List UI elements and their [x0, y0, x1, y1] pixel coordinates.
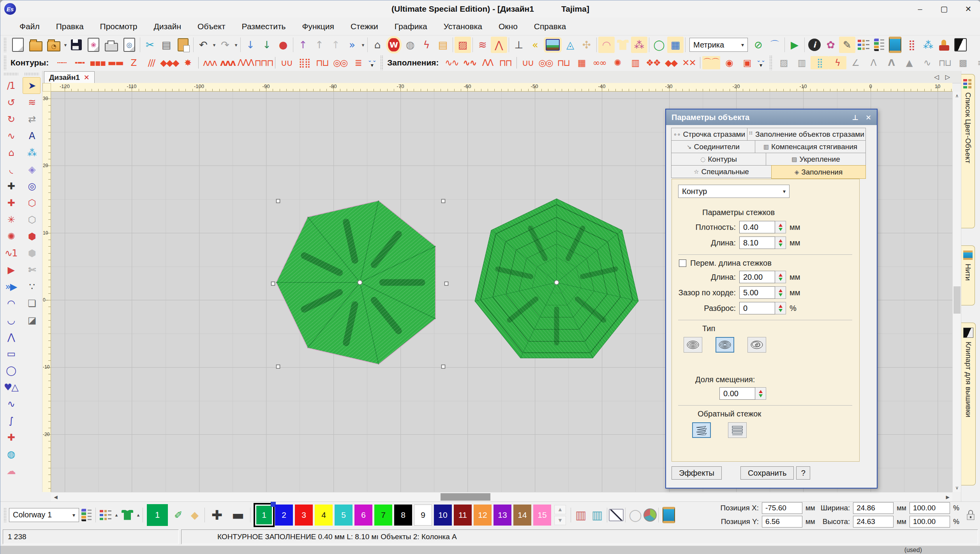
minimize-button[interactable]: –: [908, 0, 932, 18]
poly-node-tool[interactable]: ⋀: [2, 328, 20, 345]
swatch-10[interactable]: 10: [434, 505, 452, 526]
swatch-2[interactable]: 2: [275, 505, 293, 526]
aspect-lock-button[interactable]: [965, 507, 976, 523]
shape-add-tool[interactable]: ✚: [2, 178, 20, 194]
varlen-spinner[interactable]: [775, 271, 786, 283]
swatch-15[interactable]: 15: [533, 505, 551, 526]
fill-type-dropdown[interactable]: Контур ▾: [678, 185, 790, 198]
fill-gear-icon[interactable]: ✺: [608, 56, 626, 69]
spread-field[interactable]: 0: [739, 302, 775, 314]
measure-dots-tool[interactable]: ∵: [23, 278, 41, 295]
scroll-up-icon[interactable]: ∧: [953, 92, 961, 100]
square-wave-icon[interactable]: ⊓⊔: [313, 56, 331, 69]
curve-closed-tool[interactable]: ◡: [2, 312, 20, 328]
height-pct-field[interactable]: 100.00: [909, 516, 950, 528]
menu-item[interactable]: Объект: [189, 22, 234, 31]
blob-punch-tool[interactable]: ☁: [2, 462, 20, 479]
ring-gray-icon[interactable]: ◯: [627, 507, 643, 523]
vertical-scrollbar-thumb[interactable]: [954, 286, 961, 314]
toolbar-overflow-dropdown[interactable]: ▾: [360, 37, 366, 53]
offset-fraction-field[interactable]: 0.00: [719, 387, 755, 400]
notes-edit-icon[interactable]: ✎: [839, 37, 855, 53]
variable-length-checkbox[interactable]: [679, 259, 686, 267]
fill-zigzag-bold-icon[interactable]: ∿∿: [461, 56, 479, 69]
hexagon-ghost-tool[interactable]: ⬢: [23, 245, 41, 261]
monogram-tool[interactable]: ◈: [23, 161, 41, 178]
toolbar-icon[interactable]: [140, 37, 140, 52]
horizontal-scrollbar[interactable]: ◀ ▶: [51, 492, 952, 501]
grid-vertical-icon[interactable]: ▥: [793, 56, 811, 69]
freehand-tool[interactable]: ∿: [2, 395, 20, 412]
units-dropdown[interactable]: Метрика ▾: [689, 38, 748, 52]
reverse-stitch-on-button[interactable]: [692, 422, 711, 438]
length-field[interactable]: 8.10: [739, 236, 775, 249]
toolbar-grip[interactable]: [4, 55, 7, 70]
circle-merge-tool[interactable]: ◍: [2, 446, 20, 462]
grid-frame-icon[interactable]: ▦: [667, 37, 684, 53]
toolbar-icon[interactable]: [240, 37, 241, 52]
spread-spinner[interactable]: [775, 302, 786, 314]
menu-item[interactable]: Стежки: [342, 22, 386, 31]
density-field[interactable]: 0.40: [739, 221, 775, 233]
colorway-dropdown[interactable]: Colorway 1 ▾: [9, 508, 79, 522]
swatch-down-icon[interactable]: ▼: [554, 516, 566, 525]
overlap-squares-tool[interactable]: ❏: [23, 295, 41, 312]
swatch-scroll[interactable]: ▲▼: [554, 505, 566, 525]
contrast-icon[interactable]: [954, 38, 967, 51]
run-burst-icon[interactable]: ✸: [178, 56, 196, 69]
fill-diamond-grid-icon[interactable]: ❖❖: [644, 56, 662, 69]
add-color-button[interactable]: ✚: [209, 507, 225, 523]
fill-weave-icon[interactable]: ▦: [573, 56, 590, 69]
horizontal-scrollbar-thumb[interactable]: [441, 493, 490, 501]
colorway-list-icon[interactable]: [81, 509, 92, 521]
side-tab-clipart[interactable]: Клипарт для вышивки: [961, 323, 976, 485]
thread-chart-1-icon[interactable]: ▥: [573, 507, 589, 523]
output-grid-gray-icon[interactable]: ↑: [328, 37, 344, 53]
ellipse-tool[interactable]: ◯: [2, 362, 20, 379]
bars-icon[interactable]: ≣: [349, 56, 367, 69]
width-field[interactable]: 24.86: [853, 502, 894, 514]
outlines-overflow-button[interactable]: ⌄⌄▾: [367, 58, 377, 68]
applique-cross-tool[interactable]: ✚: [2, 429, 20, 446]
help-button[interactable]: ?: [796, 466, 810, 480]
tab-underlay[interactable]: ▨Укрепление: [766, 153, 866, 166]
select-arrow-tool[interactable]: ➤: [23, 77, 41, 94]
toolbar-grip[interactable]: [380, 55, 383, 70]
dots-grid-red-icon[interactable]: ⣿: [904, 37, 920, 53]
curve-open-tool[interactable]: ◠: [2, 295, 20, 312]
merge-shapes-tool[interactable]: ◪: [23, 312, 41, 328]
open-recent-button[interactable]: ◔: [47, 41, 60, 51]
open-recent-dropdown[interactable]: ▾: [63, 37, 68, 53]
print-preview-button[interactable]: ◎: [123, 38, 135, 52]
output-wire-icon[interactable]: ↑: [295, 37, 311, 53]
reverse-stitch-off-button[interactable]: [728, 422, 747, 438]
eyedropper-icon[interactable]: ✐: [170, 507, 187, 523]
copy-button[interactable]: ▤: [158, 37, 174, 53]
swatch-9[interactable]: 9: [414, 505, 432, 526]
fill-stitch-icon[interactable]: [700, 57, 700, 69]
spiral-type-1-button[interactable]: [684, 337, 702, 353]
dot-block-gray-icon[interactable]: ▩: [954, 56, 972, 69]
shape-add-red-tool[interactable]: ✚: [2, 194, 20, 211]
garment-up-icon[interactable]: ▴: [136, 507, 141, 523]
width-pct-field[interactable]: 100.00: [909, 502, 950, 514]
tab-pull-compensation[interactable]: ▥Компенсация стягивания: [755, 140, 866, 153]
stitch-peak-icon[interactable]: ⋀: [491, 37, 507, 53]
balloon-wire-icon[interactable]: ◍: [402, 37, 418, 53]
rect-tool[interactable]: ▭: [2, 345, 20, 362]
thread-spool-icon[interactable]: [889, 37, 901, 53]
fill-diamonds-icon[interactable]: ◆◆: [662, 56, 680, 69]
hexagon-solid-tool[interactable]: ⬢: [23, 228, 41, 245]
cut-button[interactable]: ✂: [142, 37, 158, 53]
machine-link-icon[interactable]: ϟ: [418, 37, 435, 53]
run-dash-icon[interactable]: ┄┄: [53, 56, 71, 69]
dot-blocks-icon[interactable]: ⣿⣿: [295, 56, 313, 69]
menu-item[interactable]: Правка: [48, 22, 92, 31]
run-dash-bold-icon[interactable]: ╍╍: [71, 56, 88, 69]
run-dot-dash-icon[interactable]: ▪▪▪: [88, 56, 106, 69]
scrawl-red-icon[interactable]: ϟ: [828, 56, 846, 69]
embroidery-object-left[interactable]: [276, 201, 435, 364]
toolbar-grip[interactable]: [4, 37, 7, 52]
tab-connectors[interactable]: ↘Соединители: [671, 140, 755, 153]
palette-up-icon[interactable]: ▴: [114, 507, 119, 523]
